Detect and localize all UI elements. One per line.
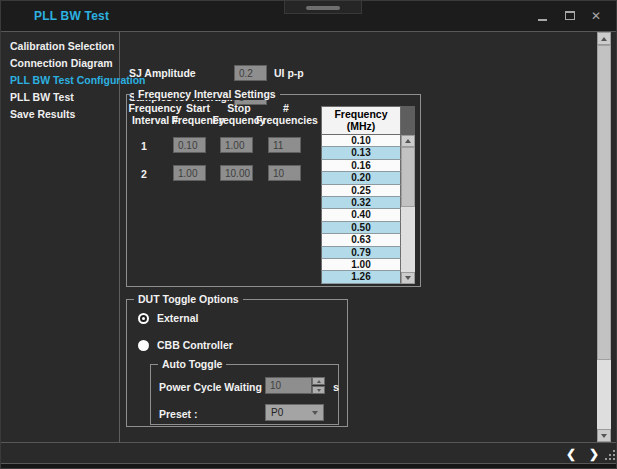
sidebar-item[interactable]: Connection Diagram: [1, 55, 119, 72]
power-cycle-spinner: [312, 377, 325, 394]
interval-number: 1: [141, 140, 147, 152]
radio-label: External: [157, 312, 198, 324]
interval-number: 2: [141, 168, 147, 180]
sj-amplitude-input[interactable]: [234, 65, 267, 81]
chevron-up-icon: [317, 380, 321, 383]
frequency-table-row[interactable]: 0.10: [321, 135, 401, 147]
table-scrollbar-cap: [401, 106, 415, 135]
pll-bw-test-window: PLL BW Test ✕ Calibration SelectionConne…: [0, 0, 617, 469]
window-scrollbar-thumb[interactable]: [597, 45, 611, 360]
maximize-icon: [565, 11, 575, 20]
frequency-table-row[interactable]: 0.13: [321, 147, 401, 159]
num-frequencies-input[interactable]: [268, 165, 301, 181]
main-panel: Calibration SelectionConnection DiagramP…: [1, 31, 617, 442]
power-cycle-input[interactable]: [265, 377, 312, 394]
frequency-table-row[interactable]: 0.25: [321, 185, 401, 197]
chevron-up-icon: [601, 37, 607, 41]
radio-unselected-icon[interactable]: [138, 340, 149, 351]
minimize-icon: [538, 19, 547, 21]
col-header-count: # Frequencies: [256, 103, 316, 126]
start-frequency-input[interactable]: [173, 137, 206, 153]
start-frequency-input[interactable]: [173, 165, 206, 181]
chevron-down-icon: [405, 276, 411, 280]
sidebar-item[interactable]: PLL BW Test: [1, 89, 119, 106]
chevron-down-icon: [312, 411, 318, 415]
frequency-table-row[interactable]: 0.79: [321, 247, 401, 259]
sj-amplitude-label: SJ Amplitude: [129, 67, 196, 79]
frequency-table-row[interactable]: 0.40: [321, 209, 401, 221]
preset-value: P0: [271, 407, 283, 418]
chevron-down-icon: [601, 434, 607, 438]
grip-icon: [306, 6, 340, 10]
preset-label: Preset :: [159, 408, 198, 420]
frequency-table-row[interactable]: 1.26: [321, 271, 401, 283]
stop-frequency-input[interactable]: [220, 137, 253, 153]
previous-page-button[interactable]: ❮: [566, 447, 576, 461]
table-scrollbar-thumb[interactable]: [401, 147, 415, 207]
frequency-table-row[interactable]: 0.50: [321, 222, 401, 234]
spinner-up-button[interactable]: [312, 377, 325, 385]
resize-grip[interactable]: [604, 449, 616, 461]
preset-dropdown[interactable]: P0: [265, 404, 324, 421]
power-cycle-label: Power Cycle Waiting :: [159, 381, 268, 393]
window-scrollbar[interactable]: [597, 32, 611, 442]
titlebar: PLL BW Test ✕: [1, 1, 616, 31]
num-frequencies-input[interactable]: [268, 137, 301, 153]
frequency-table-header: Frequency (MHz): [321, 106, 401, 135]
window-scroll-down-button[interactable]: [597, 429, 611, 442]
radio-selected-icon[interactable]: [138, 313, 149, 324]
radio-label: CBB Controller: [157, 339, 233, 351]
minimize-button[interactable]: [534, 8, 550, 24]
radio-option-external[interactable]: External: [138, 312, 198, 324]
auto-toggle-group-title: Auto Toggle: [158, 359, 226, 370]
frequency-table-body: 0.100.130.160.200.250.320.400.500.630.79…: [321, 135, 401, 284]
maximize-button[interactable]: [562, 8, 578, 24]
frequency-interval-group-title: Frequency Interval Settings: [134, 89, 280, 100]
frequency-table-row[interactable]: 0.16: [321, 160, 401, 172]
frequency-table-row[interactable]: 0.32: [321, 197, 401, 209]
table-scroll-down-button[interactable]: [401, 272, 415, 284]
sidebar-item[interactable]: PLL BW Test Configuration: [1, 72, 119, 89]
chevron-down-icon: [317, 389, 321, 392]
chevron-up-icon: [405, 139, 411, 143]
radio-option-cbb-controller[interactable]: CBB Controller: [138, 339, 233, 351]
sj-amplitude-unit: UI p-p: [274, 67, 304, 79]
power-cycle-unit: s: [333, 381, 339, 393]
next-page-button[interactable]: ❯: [589, 447, 599, 461]
sidebar: Calibration SelectionConnection DiagramP…: [1, 32, 120, 443]
dut-toggle-group-title: DUT Toggle Options: [134, 294, 243, 305]
stop-frequency-input[interactable]: [220, 165, 253, 181]
frequency-table-row[interactable]: 0.20: [321, 172, 401, 184]
sidebar-item[interactable]: Save Results: [1, 106, 119, 123]
frequency-table-row[interactable]: 0.63: [321, 234, 401, 246]
frequency-table-row[interactable]: 1.00: [321, 259, 401, 271]
footer-bar: ❮ ❯: [1, 442, 617, 464]
spinner-down-button[interactable]: [312, 386, 325, 394]
table-scrollbar[interactable]: [401, 106, 415, 284]
sidebar-item[interactable]: Calibration Selection: [1, 38, 119, 55]
window-title: PLL BW Test: [34, 9, 109, 23]
dock-grip-handle[interactable]: [284, 1, 362, 14]
window-scroll-up-button[interactable]: [597, 32, 611, 45]
close-button[interactable]: ✕: [588, 8, 604, 24]
table-scroll-up-button[interactable]: [401, 135, 415, 147]
